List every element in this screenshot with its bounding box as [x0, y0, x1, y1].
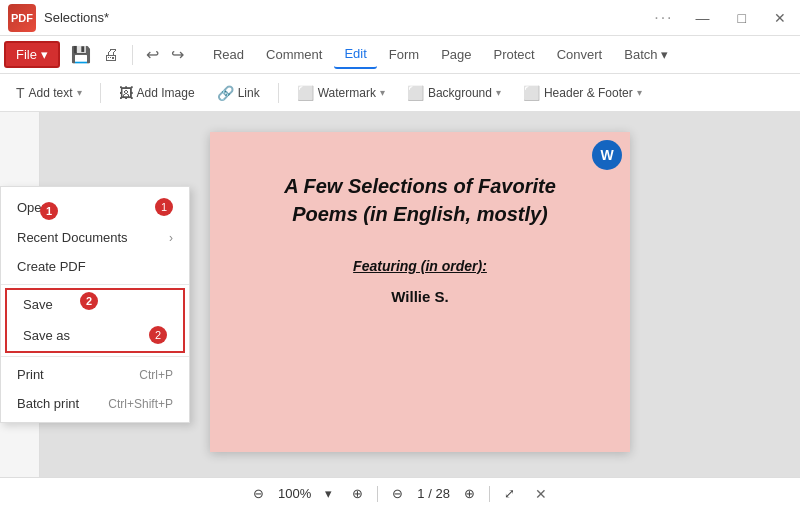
watermark-button[interactable]: ⬜ Watermark ▾	[289, 81, 393, 105]
add-image-label: Add Image	[137, 86, 195, 100]
pdf-subtitle: Featuring (in order):	[260, 258, 580, 274]
watermark-icon: ⬜	[297, 85, 314, 101]
undo-icon[interactable]: ↩	[143, 42, 162, 67]
annotation-badge-2: 2	[80, 292, 98, 310]
close-bottom-button[interactable]: ✕	[529, 484, 553, 504]
nav-page[interactable]: Page	[431, 41, 481, 68]
word-button[interactable]: W	[592, 140, 622, 170]
nav-form[interactable]: Form	[379, 41, 429, 68]
bottom-sep2	[489, 486, 490, 502]
save-icon[interactable]: 💾	[68, 42, 94, 67]
watermark-arrow: ▾	[380, 87, 385, 98]
watermark-label: Watermark	[318, 86, 376, 100]
background-button[interactable]: ⬜ Background ▾	[399, 81, 509, 105]
add-text-button[interactable]: T Add text ▾	[8, 81, 90, 105]
menu-recent-arrow: ›	[169, 231, 173, 245]
menu-create-pdf[interactable]: Create PDF	[1, 252, 189, 281]
menu-create-pdf-label: Create PDF	[17, 259, 86, 274]
menu-divider-1	[1, 284, 189, 285]
menu-divider-2	[1, 356, 189, 357]
maximize-button[interactable]: □	[732, 8, 752, 28]
pdf-author: Willie S.	[260, 288, 580, 305]
add-text-icon: T	[16, 85, 25, 101]
link-label: Link	[238, 86, 260, 100]
header-footer-arrow: ▾	[637, 87, 642, 98]
toolbar-row: T Add text ▾ 🖼 Add Image 🔗 Link ⬜ Waterm…	[0, 74, 800, 112]
page-prev-button[interactable]: ⊖	[386, 484, 409, 503]
zoom-value: 100%	[278, 486, 311, 501]
header-footer-label: Header & Footer	[544, 86, 633, 100]
print-icon[interactable]: 🖨	[100, 43, 122, 67]
title-dots: ···	[654, 9, 673, 27]
page-info: 1 / 28	[417, 486, 450, 501]
file-arrow: ▾	[41, 47, 48, 62]
add-text-label: Add text	[29, 86, 73, 100]
add-image-icon: 🖼	[119, 85, 133, 101]
nav-edit[interactable]: Edit	[334, 40, 376, 69]
header-footer-button[interactable]: ⬜ Header & Footer ▾	[515, 81, 650, 105]
menu-open[interactable]: Open 1	[1, 191, 189, 223]
toolbar-icons: 💾 🖨 ↩ ↪	[68, 42, 187, 67]
link-icon: 🔗	[217, 85, 234, 101]
add-image-button[interactable]: 🖼 Add Image	[111, 81, 203, 105]
menu-save-as[interactable]: Save as 2	[7, 319, 183, 351]
menu-recent-label: Recent Documents	[17, 230, 128, 245]
menu-recent-docs[interactable]: Recent Documents ›	[1, 223, 189, 252]
page-next-button[interactable]: ⊕	[458, 484, 481, 503]
bottom-bar: ⊖ 100% ▾ ⊕ ⊖ 1 / 28 ⊕ ⤢ ✕	[0, 477, 800, 509]
redo-icon[interactable]: ↪	[168, 42, 187, 67]
menu-save-as-label: Save as	[23, 328, 70, 343]
nav-items: Read Comment Edit Form Page Protect Conv…	[203, 40, 678, 69]
menu-print-shortcut: Ctrl+P	[139, 368, 173, 382]
app-title: Selections*	[44, 10, 109, 25]
menu-save-as-badge: 2	[149, 326, 167, 344]
menu-batch-print-label: Batch print	[17, 396, 79, 411]
menu-print-label: Print	[17, 367, 44, 382]
nav-batch[interactable]: Batch ▾	[614, 41, 678, 68]
nav-protect[interactable]: Protect	[484, 41, 545, 68]
pdf-page: W A Few Selections of Favorite Poems (in…	[210, 132, 630, 452]
menu-print[interactable]: Print Ctrl+P	[1, 360, 189, 389]
zoom-in-button[interactable]: ⊕	[346, 484, 369, 503]
zoom-dropdown[interactable]: ▾	[319, 484, 338, 503]
sep2	[278, 83, 279, 103]
close-button[interactable]: ✕	[768, 8, 792, 28]
file-menu-button[interactable]: File ▾	[4, 41, 60, 68]
sep1	[100, 83, 101, 103]
background-icon: ⬜	[407, 85, 424, 101]
separator	[132, 45, 133, 65]
nav-read[interactable]: Read	[203, 41, 254, 68]
nav-convert[interactable]: Convert	[547, 41, 613, 68]
background-label: Background	[428, 86, 492, 100]
menu-open-badge: 1	[155, 198, 173, 216]
menu-save-label: Save	[23, 297, 53, 312]
add-text-arrow: ▾	[77, 87, 82, 98]
menu-bar: File ▾ 💾 🖨 ↩ ↪ Read Comment Edit Form Pa…	[0, 36, 800, 74]
menu-batch-print-shortcut: Ctrl+Shift+P	[108, 397, 173, 411]
pdf-title: A Few Selections of Favorite Poems (in E…	[260, 172, 580, 228]
bottom-sep1	[377, 486, 378, 502]
zoom-out-button[interactable]: ⊖	[247, 484, 270, 503]
header-footer-icon: ⬜	[523, 85, 540, 101]
link-button[interactable]: 🔗 Link	[209, 81, 268, 105]
file-label: File	[16, 47, 37, 62]
minimize-button[interactable]: —	[690, 8, 716, 28]
content-area: W A Few Selections of Favorite Poems (in…	[0, 112, 800, 477]
app-logo: PDF	[8, 4, 36, 32]
nav-comment[interactable]: Comment	[256, 41, 332, 68]
background-arrow: ▾	[496, 87, 501, 98]
title-bar: PDF Selections* ··· — □ ✕	[0, 0, 800, 36]
menu-batch-print[interactable]: Batch print Ctrl+Shift+P	[1, 389, 189, 418]
fullscreen-button[interactable]: ⤢	[498, 484, 521, 503]
annotation-badge-1: 1	[40, 202, 58, 220]
